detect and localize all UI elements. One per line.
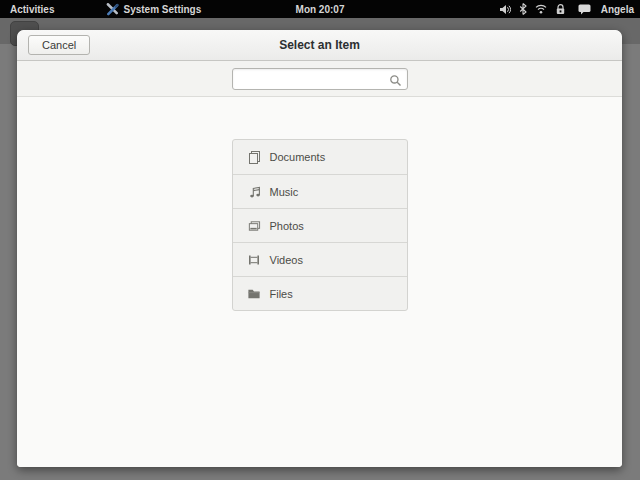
search-section xyxy=(17,61,622,97)
list-item-photos[interactable]: Photos xyxy=(233,208,407,242)
cancel-button[interactable]: Cancel xyxy=(28,35,90,55)
search-entry[interactable] xyxy=(232,68,408,90)
list-item-label: Music xyxy=(270,186,299,198)
search-input[interactable] xyxy=(237,69,389,91)
select-item-dialog: Cancel Select an Item xyxy=(17,30,622,467)
dialog-header: Cancel Select an Item xyxy=(17,30,622,61)
list-item-music[interactable]: Music xyxy=(233,174,407,208)
system-status-area[interactable]: Angela xyxy=(499,3,634,15)
chat-icon xyxy=(578,4,591,15)
list-item-label: Photos xyxy=(270,220,304,232)
search-icon xyxy=(389,73,402,91)
list-item-documents[interactable]: Documents xyxy=(233,140,407,174)
system-settings-icon xyxy=(106,2,120,16)
list-item-label: Files xyxy=(270,288,293,300)
wifi-icon xyxy=(535,4,547,14)
app-menu[interactable]: System Settings xyxy=(106,2,201,16)
item-list: Documents Music xyxy=(232,139,408,311)
documents-icon xyxy=(247,150,261,165)
screen: Activities System Settings Mon 20:07 xyxy=(0,0,640,480)
photos-icon xyxy=(247,219,261,233)
dialog-content: Documents Music xyxy=(17,97,622,467)
dialog-title: Select an Item xyxy=(17,30,622,60)
rotation-lock-icon xyxy=(555,3,566,15)
list-item-label: Videos xyxy=(270,254,303,266)
list-item-label: Documents xyxy=(270,151,326,163)
activities-button[interactable]: Activities xyxy=(6,4,58,15)
user-name: Angela xyxy=(601,4,634,15)
bluetooth-icon xyxy=(519,3,527,15)
volume-icon xyxy=(499,4,511,15)
videos-icon xyxy=(247,253,261,267)
list-item-files[interactable]: Files xyxy=(233,276,407,310)
top-bar: Activities System Settings Mon 20:07 xyxy=(0,0,640,18)
files-icon xyxy=(247,287,261,300)
music-icon xyxy=(247,184,261,199)
list-item-videos[interactable]: Videos xyxy=(233,242,407,276)
app-menu-label: System Settings xyxy=(123,4,201,15)
